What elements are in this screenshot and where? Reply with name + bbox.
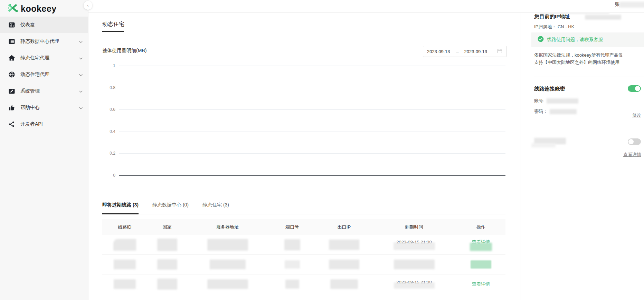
view-details-link[interactable]: 查看详情 bbox=[472, 281, 490, 287]
sidebar-item-label: 帮助中心 bbox=[20, 105, 40, 111]
sidebar-nav: 仪表盘 静态数据中心代理 bbox=[0, 17, 88, 133]
table-row: 2023-09-15 21:30 查看详情 bbox=[102, 235, 505, 255]
credentials-toggle[interactable] bbox=[628, 85, 641, 92]
chevron-down-icon bbox=[79, 55, 83, 61]
masked-cell bbox=[157, 259, 177, 270]
lines-table: 线路ID 国家 服务器地址 端口号 出口IP 到期时间 操作 2023-09-1… bbox=[102, 219, 505, 294]
current-ip-title: 您目前的IP地址 bbox=[534, 13, 570, 20]
chevron-down-icon bbox=[79, 88, 83, 94]
chevron-down-icon bbox=[79, 71, 83, 78]
sidebar-item-static-datacenter-proxy[interactable]: 静态数据中心代理 bbox=[0, 33, 88, 50]
modify-credentials-link[interactable]: 修改 bbox=[632, 112, 641, 118]
sidebar-item-label: 动态住宅代理 bbox=[20, 71, 49, 78]
col-header-port: 端口号 bbox=[268, 224, 316, 230]
date-from-value[interactable]: 2023-09-13 bbox=[427, 49, 450, 54]
sidebar-item-dynamic-residential-proxy[interactable]: 动态住宅代理 bbox=[0, 66, 88, 83]
chevron-down-icon bbox=[79, 105, 83, 111]
col-header-exit-ip: 出口IP bbox=[316, 224, 372, 230]
table-header-row: 线路ID 国家 服务器地址 端口号 出口IP 到期时间 操作 bbox=[102, 219, 505, 235]
brand-logo[interactable]: kookeey bbox=[0, 0, 88, 17]
sidebar: kookeey 仪表盘 bbox=[0, 0, 88, 300]
masked-cell bbox=[157, 279, 177, 290]
date-range-picker[interactable]: 2023-09-13 → 2023-09-13 bbox=[423, 46, 506, 57]
sidebar-item-developer-api[interactable]: 开发者API bbox=[0, 116, 88, 133]
topbar: 账 充值 bbox=[88, 0, 644, 13]
sidebar-item-label: 系统管理 bbox=[20, 88, 40, 94]
support-banner-text: 线路使用问题，请联系客服 bbox=[547, 37, 603, 43]
balance-text: 账 bbox=[615, 1, 620, 8]
main-content: 动态住宅 整体使用量明细(MB) 2023-09-13 → 2023-09-13… bbox=[88, 13, 521, 300]
date-to-value[interactable]: 2023-09-13 bbox=[464, 49, 487, 54]
col-header-line-id: 线路ID bbox=[102, 224, 147, 230]
chart-gridline: 0.8 bbox=[119, 88, 505, 88]
calendar-icon bbox=[497, 48, 502, 55]
line-tabs: 即将过期线路 (3) 静态数据中心 (0) 静态住宅 (3) bbox=[102, 202, 505, 214]
support-banner[interactable]: 线路使用问题，请联系客服 bbox=[531, 32, 644, 47]
tab-expiring-lines[interactable]: 即将过期线路 (3) bbox=[102, 202, 139, 214]
balance-masked-value bbox=[619, 2, 644, 8]
dashboard-icon bbox=[8, 21, 15, 28]
sidebar-item-static-residential-proxy[interactable]: 静态住宅代理 bbox=[0, 50, 88, 66]
masked-password-value bbox=[550, 109, 577, 114]
col-header-actions: 操作 bbox=[456, 224, 505, 230]
sidebar-item-label: 开发者API bbox=[20, 121, 43, 127]
chart-gridline: 1 bbox=[119, 66, 505, 66]
divider bbox=[102, 32, 505, 32]
chart-gridline: 0.4 bbox=[119, 132, 505, 132]
masked-cell bbox=[284, 239, 300, 250]
sidebar-item-label: 静态住宅代理 bbox=[20, 55, 49, 61]
chevron-left-icon: ‹ bbox=[87, 3, 88, 8]
kookeey-logo-icon bbox=[8, 3, 18, 14]
divider bbox=[534, 77, 644, 77]
masked-action[interactable] bbox=[471, 260, 491, 269]
tab-static-residential[interactable]: 静态住宅 (3) bbox=[202, 202, 229, 214]
chevron-down-icon bbox=[79, 38, 83, 45]
sidebar-item-label: 静态数据中心代理 bbox=[20, 38, 59, 45]
masked-cell bbox=[210, 260, 246, 269]
tab-static-datacenter[interactable]: 静态数据中心 (0) bbox=[152, 202, 189, 214]
masked-cell bbox=[114, 260, 136, 269]
masked-cell bbox=[329, 260, 359, 269]
chart-x-axis: 0 bbox=[119, 175, 505, 176]
sidebar-item-dashboard[interactable]: 仪表盘 bbox=[0, 17, 88, 33]
account-row: 账号: bbox=[534, 98, 578, 104]
masked-section-toggle[interactable] bbox=[628, 138, 641, 145]
masked-ip-address bbox=[585, 15, 621, 20]
masked-cell bbox=[285, 260, 300, 269]
arrow-right-icon: → bbox=[453, 49, 462, 54]
sidebar-item-help-center[interactable]: 帮助中心 bbox=[0, 99, 88, 116]
datacenter-icon bbox=[8, 38, 15, 45]
kookeey-dashboard: kookeey 仪表盘 bbox=[0, 0, 644, 300]
brand-name: kookeey bbox=[21, 4, 57, 14]
view-details-link[interactable]: 查看详情 bbox=[623, 152, 641, 158]
globe-icon bbox=[8, 71, 15, 78]
masked-cell bbox=[207, 279, 248, 289]
usage-chart-title: 整体使用量明细(MB) bbox=[102, 48, 146, 54]
masked-cell bbox=[207, 239, 248, 251]
masked-cell bbox=[114, 279, 136, 289]
masked-section-title-tail bbox=[531, 143, 556, 147]
y-axis-tick: 0.8 bbox=[110, 85, 115, 90]
home-icon bbox=[8, 55, 15, 61]
y-axis-tick: 0 bbox=[113, 173, 115, 178]
chart-gridline: 0.2 bbox=[119, 153, 505, 154]
page-title: 动态住宅 bbox=[102, 21, 124, 28]
col-header-expire: 到期时间 bbox=[372, 224, 456, 230]
y-axis-tick: 0.6 bbox=[110, 107, 115, 112]
api-icon bbox=[8, 121, 15, 128]
legal-notice: 依据国家法律法规，kookeey所有代理产品仅支持【中国大陆地区之外】的网络环境… bbox=[534, 51, 627, 66]
masked-cell bbox=[394, 282, 435, 289]
col-header-server: 服务器地址 bbox=[187, 224, 268, 230]
masked-cell bbox=[285, 280, 299, 289]
sidebar-item-system-management[interactable]: 系统管理 bbox=[0, 83, 88, 99]
y-axis-tick: 0.4 bbox=[110, 129, 115, 134]
check-circle-icon bbox=[538, 36, 544, 43]
masked-cell bbox=[113, 239, 136, 251]
password-label: 密码： bbox=[534, 108, 548, 115]
masked-cell bbox=[330, 279, 358, 289]
help-icon bbox=[8, 104, 15, 111]
sidebar-collapse-button[interactable]: ‹ bbox=[84, 1, 92, 10]
masked-account-value bbox=[547, 98, 578, 104]
table-row: 2023-09-15 21:30 查看详情 bbox=[102, 274, 505, 294]
y-axis-tick: 1 bbox=[113, 63, 115, 68]
